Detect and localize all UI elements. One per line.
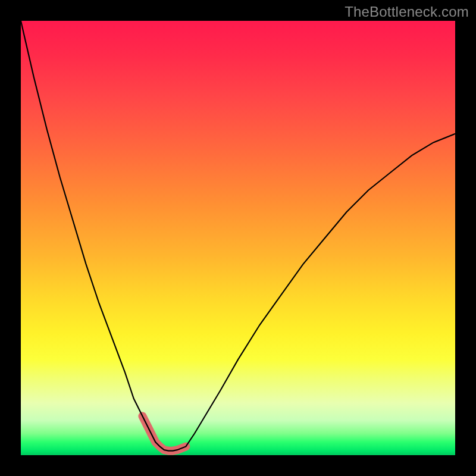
curve-svg: [21, 21, 455, 455]
plot-area: [21, 21, 455, 455]
chart-frame: TheBottleneck.com: [0, 0, 476, 476]
highlight-segment: [142, 416, 186, 450]
watermark-text: TheBottleneck.com: [345, 4, 469, 20]
bottleneck-curve: [21, 21, 455, 451]
